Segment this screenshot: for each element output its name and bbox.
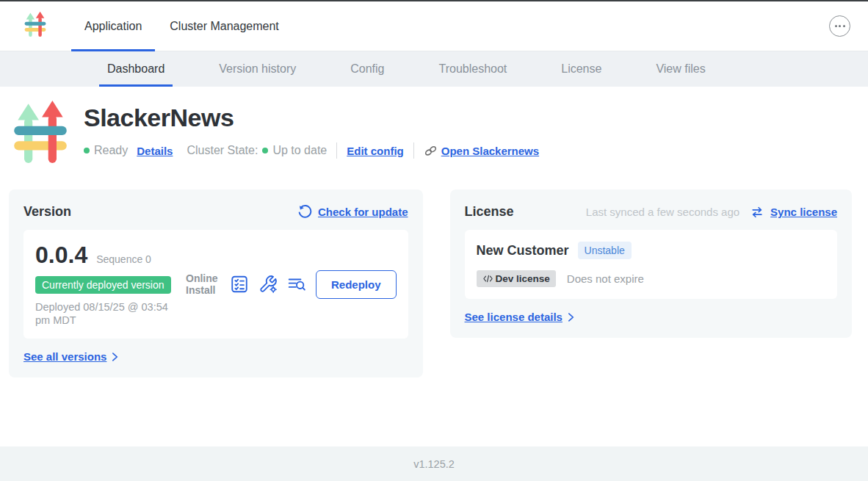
top-nav-tabs: Application Cluster Management — [71, 1, 292, 51]
edit-config-link[interactable]: Edit config — [347, 145, 404, 157]
version-card-title: Version — [23, 204, 71, 220]
preflight-checks-icon[interactable] — [230, 275, 249, 294]
license-type-label: Dev license — [496, 273, 550, 284]
app-status-label: Ready — [94, 144, 128, 157]
channel-badge: Unstable — [578, 242, 632, 259]
version-card: Version Check for update 0.0.4 Sequ — [9, 189, 423, 377]
install-type-label: Online Install — [186, 272, 220, 296]
sequence-label: Sequence 0 — [96, 253, 151, 265]
subnav-config[interactable]: Config — [342, 51, 392, 87]
last-synced-label: Last synced a few seconds ago — [586, 206, 739, 218]
cluster-state-value: Up to date — [272, 144, 327, 157]
app-status-row: Ready Details Cluster State: Up to date … — [84, 142, 539, 159]
subnav-license[interactable]: License — [553, 51, 610, 87]
dashboard-cards: Version Check for update 0.0.4 Sequ — [0, 170, 868, 377]
subnav-config-label: Config — [350, 62, 384, 76]
app-ready-status-dot — [84, 148, 90, 153]
divider — [336, 142, 337, 159]
subnav-view-files-label: View files — [656, 62, 705, 76]
refresh-icon[interactable] — [297, 204, 312, 220]
chevron-right-icon — [112, 352, 118, 362]
divider — [413, 142, 414, 159]
license-card-title: License — [465, 204, 514, 220]
current-version-panel: 0.0.4 Sequence 0 Currently deployed vers… — [23, 230, 408, 339]
page-title: SlackerNews — [84, 104, 539, 132]
slackernews-logo-icon — [24, 11, 46, 41]
deployed-status-badge: Currently deployed version — [35, 276, 171, 294]
overflow-menu-button[interactable] — [829, 15, 850, 37]
subnav-version-history[interactable]: Version history — [211, 51, 304, 87]
subnav-dashboard-label: Dashboard — [107, 62, 164, 76]
tab-cluster-management[interactable]: Cluster Management — [156, 1, 292, 51]
redeploy-button[interactable]: Redeploy — [316, 270, 397, 299]
check-for-update-link[interactable]: Check for update — [318, 206, 408, 218]
sync-arrows-icon[interactable] — [750, 205, 764, 220]
status-details-link[interactable]: Details — [137, 145, 173, 157]
view-logs-icon[interactable] — [287, 275, 306, 294]
cluster-state-label: Cluster State: — [187, 144, 258, 157]
tab-application[interactable]: Application — [71, 1, 155, 51]
subnav-license-label: License — [561, 62, 601, 76]
top-nav: Application Cluster Management — [0, 1, 868, 51]
license-expiration: Does not expire — [567, 272, 644, 285]
chevron-right-icon — [568, 312, 574, 322]
sync-license-link[interactable]: Sync license — [770, 206, 837, 218]
console-footer: v1.125.2 — [0, 446, 868, 481]
tab-application-label: Application — [84, 20, 142, 33]
link-chain-icon — [424, 144, 438, 158]
see-all-versions-link[interactable]: See all versions — [23, 350, 106, 363]
code-icon — [482, 275, 493, 283]
subnav-version-history-label: Version history — [219, 62, 296, 76]
license-detail-panel: New Customer Unstable Dev license — [465, 230, 837, 299]
config-wrench-icon[interactable] — [258, 275, 278, 294]
version-number: 0.0.4 — [35, 242, 87, 269]
app-header: SlackerNews Ready Details Cluster State:… — [0, 87, 868, 170]
subnav-view-files[interactable]: View files — [648, 51, 713, 87]
app-sub-nav: Dashboard Version history Config Trouble… — [0, 51, 868, 87]
customer-name: New Customer — [477, 243, 569, 258]
open-slackernews-link[interactable]: Open Slackernews — [441, 145, 539, 157]
license-card: License Last synced a few seconds ago Sy… — [450, 189, 852, 338]
slackernews-app-logo — [13, 99, 68, 170]
license-type-badge: Dev license — [477, 270, 556, 287]
tab-cluster-management-label: Cluster Management — [170, 20, 279, 33]
subnav-dashboard[interactable]: Dashboard — [99, 51, 173, 87]
see-license-details-link[interactable]: See license details — [465, 311, 563, 323]
subnav-troubleshoot-label: Troubleshoot — [438, 62, 507, 76]
subnav-troubleshoot[interactable]: Troubleshoot — [430, 51, 515, 87]
cluster-state-dot — [262, 148, 268, 153]
deployed-timestamp: Deployed 08/15/25 @ 03:54 pm MDT — [35, 300, 182, 327]
dashboard-main: SlackerNews Ready Details Cluster State:… — [0, 87, 868, 446]
console-version-label: v1.125.2 — [413, 458, 455, 470]
